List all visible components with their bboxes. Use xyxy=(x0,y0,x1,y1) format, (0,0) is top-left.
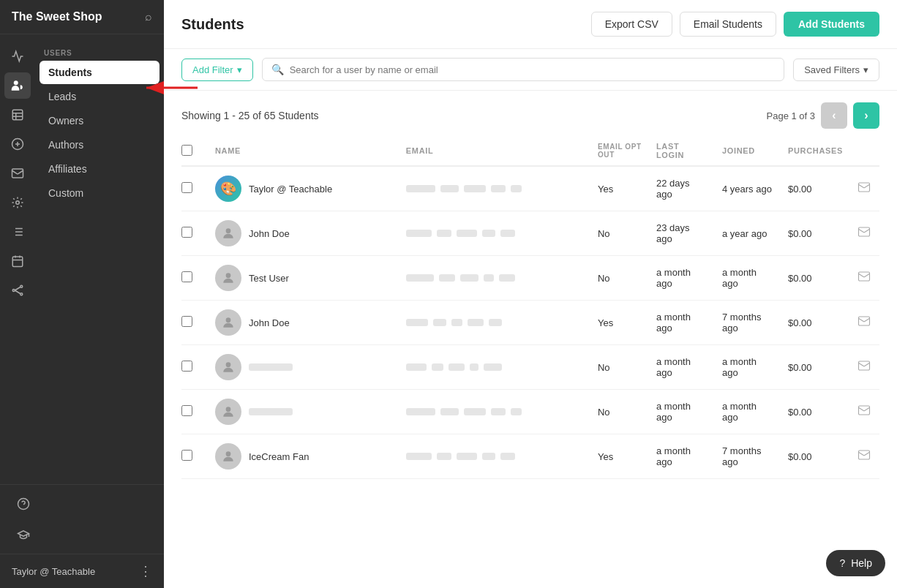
nav-item-owners[interactable]: Owners xyxy=(40,109,159,132)
mail-icon[interactable] xyxy=(857,407,871,419)
row-checkbox-cell[interactable] xyxy=(181,256,208,301)
row-checkbox-cell[interactable] xyxy=(181,166,208,211)
nav-item-authors[interactable]: Authors xyxy=(40,133,159,157)
action-cell[interactable] xyxy=(850,390,879,434)
nav-icon-calendar[interactable] xyxy=(4,248,31,274)
purchases-cell: $0.00 xyxy=(781,166,850,211)
email-cell xyxy=(399,434,590,479)
help-icon: ? xyxy=(839,557,845,569)
nav-icon-integrations[interactable] xyxy=(4,277,31,304)
action-cell[interactable] xyxy=(850,345,879,390)
prev-page-button[interactable]: ‹ xyxy=(821,102,847,129)
saved-filters-button[interactable]: Saved Filters ▾ xyxy=(793,59,879,81)
row-checkbox-cell[interactable] xyxy=(181,211,208,256)
row-checkbox[interactable] xyxy=(181,316,192,327)
add-filter-button[interactable]: Add Filter ▾ xyxy=(181,59,253,81)
table-row[interactable]: Test User No a month ago a month ago $0.… xyxy=(181,256,879,301)
purchases-cell: $0.00 xyxy=(781,256,850,301)
avatar xyxy=(215,265,241,291)
table-row[interactable]: No a month ago a month ago $0.00 xyxy=(181,390,879,434)
nav-item-affiliates[interactable]: Affiliates xyxy=(40,157,159,181)
joined-cell: a month ago xyxy=(715,256,781,301)
row-checkbox[interactable] xyxy=(181,405,192,416)
row-checkbox-cell[interactable] xyxy=(181,301,208,345)
purchases-cell: $0.00 xyxy=(781,390,850,434)
more-icon[interactable]: ⋮ xyxy=(139,563,152,579)
user-name: Taylor @ Teachable xyxy=(249,184,332,195)
email-cell xyxy=(399,390,590,434)
purchases-cell: $0.00 xyxy=(781,345,850,390)
row-checkbox[interactable] xyxy=(181,450,192,461)
action-cell[interactable] xyxy=(850,211,879,256)
svg-rect-14 xyxy=(12,257,23,267)
mail-icon[interactable] xyxy=(857,228,871,241)
user-name: Test User xyxy=(249,273,289,284)
last-login-cell: a month ago xyxy=(649,256,715,301)
add-students-button[interactable]: Add Students xyxy=(784,12,879,37)
row-checkbox[interactable] xyxy=(181,271,192,282)
row-checkbox-cell[interactable] xyxy=(181,390,208,434)
email-opt-out-cell: No xyxy=(590,345,649,390)
name-cell xyxy=(208,390,399,434)
email-opt-out-cell: Yes xyxy=(590,166,649,211)
chevron-down-icon: ▾ xyxy=(237,64,242,75)
export-csv-button[interactable]: Export CSV xyxy=(591,12,672,37)
action-cell[interactable] xyxy=(850,434,879,479)
nav-section-label: USERS xyxy=(35,43,164,60)
table-row[interactable]: IceCream Fan Yes a month ago 7 months ag… xyxy=(181,434,879,479)
row-checkbox[interactable] xyxy=(181,227,192,238)
help-button[interactable]: ? Help xyxy=(826,550,885,576)
nav-item-students[interactable]: Students xyxy=(40,61,159,84)
nav-item-custom[interactable]: Custom xyxy=(40,181,159,205)
table-row[interactable]: John Doe No 23 days ago a year ago $0.00 xyxy=(181,211,879,256)
svg-point-36 xyxy=(226,407,231,412)
nav-item-leads[interactable]: Leads xyxy=(40,85,159,108)
select-all-checkbox[interactable] xyxy=(181,145,192,156)
mail-icon[interactable] xyxy=(857,273,871,285)
page-title: Students xyxy=(181,16,244,33)
user-name: IceCream Fan xyxy=(249,451,309,462)
nav-icon-analytics[interactable] xyxy=(4,43,31,69)
table-row[interactable]: No a month ago a month ago $0.00 xyxy=(181,345,879,390)
col-header-joined: JOINED xyxy=(715,136,781,166)
chevron-down-icon: ▾ xyxy=(863,64,868,75)
nav-icon-library[interactable] xyxy=(4,219,31,245)
nav-icon-help[interactable] xyxy=(10,491,37,517)
svg-point-7 xyxy=(16,201,20,205)
action-cell[interactable] xyxy=(850,301,879,345)
nav-icon-email[interactable] xyxy=(4,160,31,186)
table-row[interactable]: John Doe Yes a month ago 7 months ago $0… xyxy=(181,301,879,345)
mail-icon[interactable] xyxy=(857,451,871,464)
svg-rect-6 xyxy=(12,169,23,178)
email-students-button[interactable]: Email Students xyxy=(680,12,776,37)
next-page-button[interactable]: › xyxy=(853,102,879,129)
avatar xyxy=(215,354,241,380)
action-cell[interactable] xyxy=(850,166,879,211)
email-opt-out-cell: Yes xyxy=(590,434,649,479)
row-checkbox[interactable] xyxy=(181,361,192,372)
search-icon[interactable]: ⌕ xyxy=(145,10,152,23)
svg-rect-35 xyxy=(859,361,870,370)
nav-icon-settings[interactable] xyxy=(4,189,31,216)
last-login-cell: 22 days ago xyxy=(649,166,715,211)
row-checkbox[interactable] xyxy=(181,182,192,193)
nav-icon-courses[interactable] xyxy=(4,102,31,128)
nav-icon-users[interactable] xyxy=(4,72,31,99)
nav-icon-revenue[interactable] xyxy=(4,131,31,157)
mail-icon[interactable] xyxy=(857,362,871,374)
col-header-email: EMAIL xyxy=(399,136,590,166)
row-checkbox-cell[interactable] xyxy=(181,434,208,479)
table-count-text: Showing 1 - 25 of 65 Students xyxy=(181,110,319,121)
mail-icon[interactable] xyxy=(857,317,871,330)
app-title: The Sweet Shop xyxy=(12,10,102,23)
search-input[interactable] xyxy=(290,64,775,75)
avatar xyxy=(215,309,241,336)
nav-icon-graduate[interactable] xyxy=(10,521,37,548)
table-row[interactable]: 🎨 Taylor @ Teachable Yes 22 days ago 4 y… xyxy=(181,166,879,211)
svg-line-22 xyxy=(15,290,20,294)
avatar xyxy=(215,399,241,425)
action-cell[interactable] xyxy=(850,256,879,301)
name-cell: 🎨 Taylor @ Teachable xyxy=(208,166,399,211)
mail-icon[interactable] xyxy=(857,184,871,196)
row-checkbox-cell[interactable] xyxy=(181,345,208,390)
